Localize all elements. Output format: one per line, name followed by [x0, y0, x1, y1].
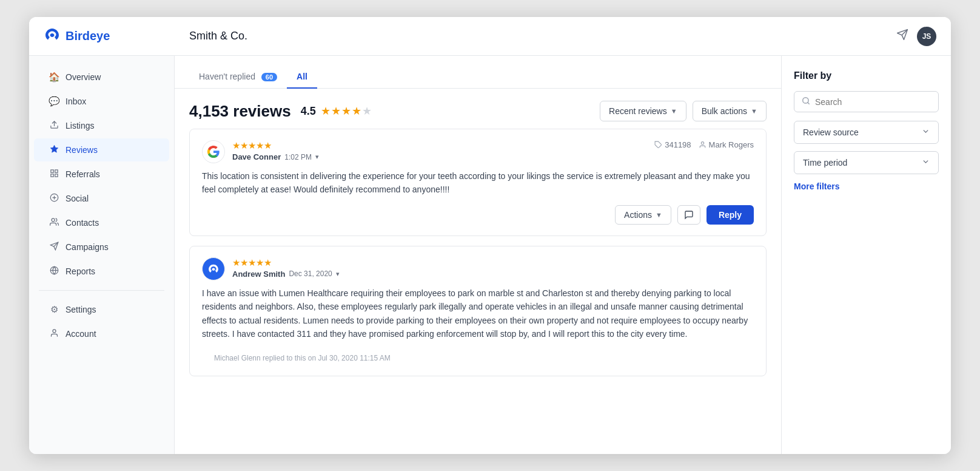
content-area: Haven't replied 60 All 4,153 reviews 4.5… [175, 56, 781, 454]
reviewer-left-2: ★★★★★ Andrew Smith Dec 31, 2020 ▾ [202, 257, 340, 280]
sidebar-divider [39, 290, 164, 291]
svg-marker-3 [50, 145, 58, 152]
svg-rect-4 [50, 170, 53, 172]
main-body: 🏠 Overview 💬 Inbox Listings Reviews [29, 56, 951, 454]
actions-dropdown-1[interactable]: Actions ▼ [615, 205, 671, 225]
review-top-1: ★★★★★ Dave Conner 1:02 PM ▾ 341198 [202, 140, 754, 163]
sidebar-label-settings: Settings [65, 305, 96, 314]
bulk-actions-chevron: ▼ [751, 107, 757, 115]
reviewer-time-arrow-2[interactable]: ▾ [336, 270, 340, 278]
sidebar-item-account[interactable]: Account [34, 322, 169, 345]
header-actions: Recent reviews ▼ Bulk actions ▼ [600, 101, 767, 121]
campaigns-icon [49, 242, 59, 252]
sidebar-item-contacts[interactable]: Contacts [34, 211, 169, 234]
svg-point-18 [701, 142, 703, 144]
reviews-icon [49, 144, 59, 155]
search-icon [802, 97, 810, 107]
svg-point-11 [52, 219, 55, 222]
filter-title: Filter by [794, 70, 939, 81]
reviewer-time-arrow-1[interactable]: ▾ [315, 153, 319, 161]
svg-line-20 [808, 103, 810, 104]
sidebar-item-campaigns[interactable]: Campaigns [34, 235, 169, 259]
review-meta-1: 341198 Mark Rogers [654, 140, 754, 149]
sidebar-item-reviews[interactable]: Reviews [34, 138, 169, 161]
filter-panel: Filter by Review source Time period More [781, 56, 951, 454]
sidebar-item-inbox[interactable]: 💬 Inbox [34, 90, 169, 113]
reviewer-time-1: 1:02 PM [284, 153, 312, 161]
social-icon [49, 193, 59, 204]
tabs-bar: Haven't replied 60 All [175, 56, 781, 89]
send-icon[interactable] [896, 29, 908, 44]
reviews-header: 4,153 reviews 4.5 ★★★★★ Recent reviews ▼… [175, 89, 781, 129]
time-period-dropdown[interactable]: Time period [794, 151, 939, 174]
sidebar-label-referrals: Referrals [65, 169, 100, 179]
more-filters-link[interactable]: More filters [794, 181, 939, 191]
reviews-summary: 4,153 reviews 4.5 ★★★★★ [189, 102, 372, 121]
sidebar-label-social: Social [65, 194, 89, 203]
recent-reviews-chevron: ▼ [671, 107, 677, 115]
review-footer-2: Michael Glenn replied to this on Jul 30,… [202, 349, 754, 365]
reviewer-name-1: Dave Conner [232, 152, 281, 161]
sidebar-label-inbox: Inbox [65, 97, 86, 106]
review-assignee-name-1: Mark Rogers [709, 140, 754, 149]
top-right-actions: JS [896, 27, 936, 46]
sidebar-label-contacts: Contacts [65, 218, 99, 228]
reviewer-avatar-1 [202, 140, 225, 163]
birdeye-logo-icon [44, 27, 61, 46]
review-assignee-1: Mark Rogers [699, 140, 754, 149]
review-source-dropdown[interactable]: Review source [794, 121, 939, 144]
account-icon [49, 328, 59, 339]
sidebar-item-referrals[interactable]: Referrals [34, 163, 169, 186]
comment-button-1[interactable] [677, 205, 700, 225]
top-bar: Birdeye Smith & Co. JS [29, 17, 951, 56]
sidebar-label-reviews: Reviews [65, 145, 98, 155]
settings-icon: ⚙ [49, 304, 59, 315]
home-icon: 🏠 [49, 72, 59, 83]
tab-havent-replied[interactable]: Haven't replied 60 [189, 66, 287, 89]
review-body-2: I have an issue with Lumen Healthcare re… [202, 286, 754, 341]
actions-label-1: Actions [624, 210, 652, 220]
svg-rect-7 [55, 174, 57, 177]
time-period-chevron [922, 158, 930, 168]
rating-score: 4.5 [301, 105, 316, 118]
sidebar: 🏠 Overview 💬 Inbox Listings Reviews [29, 56, 175, 454]
reviewer-info-1: ★★★★★ Dave Conner 1:02 PM ▾ [232, 140, 319, 161]
tab-havent-replied-label: Haven't replied [199, 72, 255, 81]
review-tag-1: 341198 [654, 140, 691, 149]
sidebar-item-listings[interactable]: Listings [34, 114, 169, 137]
filter-search-input[interactable] [815, 97, 931, 107]
reports-icon [49, 266, 59, 277]
sidebar-label-overview: Overview [65, 72, 101, 82]
reviewer-avatar-2 [202, 257, 225, 280]
tab-all[interactable]: All [287, 66, 317, 89]
reviewer-name-2: Andrew Smith [232, 269, 285, 279]
name-time-2: Andrew Smith Dec 31, 2020 ▾ [232, 269, 340, 279]
listings-icon [49, 120, 59, 131]
reviewer-info-2: ★★★★★ Andrew Smith Dec 31, 2020 ▾ [232, 257, 340, 279]
name-time-1: Dave Conner 1:02 PM ▾ [232, 152, 319, 161]
reviewer-left-1: ★★★★★ Dave Conner 1:02 PM ▾ [202, 140, 319, 163]
actions-chevron-1: ▼ [656, 211, 662, 219]
referrals-icon [49, 169, 59, 180]
logo-text: Birdeye [65, 29, 110, 43]
reply-button-1[interactable]: Reply [706, 205, 754, 225]
sidebar-item-social[interactable]: Social [34, 187, 169, 210]
reviewer-stars-2: ★★★★★ [232, 257, 340, 268]
svg-rect-6 [50, 174, 53, 177]
review-top-2: ★★★★★ Andrew Smith Dec 31, 2020 ▾ [202, 257, 754, 280]
rating-info: 4.5 ★★★★★ [301, 104, 372, 118]
review-tag-id-1: 341198 [665, 140, 691, 149]
sidebar-item-reports[interactable]: Reports [34, 260, 169, 283]
company-title: Smith & Co. [189, 30, 896, 42]
sidebar-item-overview[interactable]: 🏠 Overview [34, 66, 169, 89]
time-period-label: Time period [803, 158, 847, 168]
review-card-1: ★★★★★ Dave Conner 1:02 PM ▾ 341198 [189, 129, 767, 236]
user-avatar[interactable]: JS [917, 27, 936, 46]
sidebar-item-settings[interactable]: ⚙ Settings [34, 298, 169, 321]
havent-replied-badge: 60 [261, 73, 277, 81]
recent-reviews-button[interactable]: Recent reviews ▼ [600, 101, 686, 121]
bulk-actions-button[interactable]: Bulk actions ▼ [693, 101, 767, 121]
reviewer-stars-1: ★★★★★ [232, 140, 319, 151]
review-source-chevron [922, 127, 930, 137]
tab-all-label: All [297, 72, 307, 81]
